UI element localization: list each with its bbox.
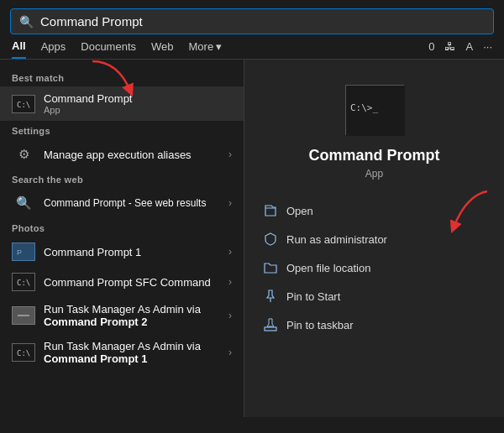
cmd-icon-sfc: C:\ <box>12 273 35 291</box>
blank-icon-2 <box>12 306 35 325</box>
nav-right-icons: 0 🖧 A ··· <box>428 40 492 58</box>
action-file-location[interactable]: Open file location <box>253 253 496 282</box>
action-pin-start-label: Pin to Start <box>286 290 340 303</box>
chevron-right-icon-web: › <box>228 197 232 209</box>
main-content: Best match C:\ Command Prompt App <box>0 60 504 417</box>
chevron-right-icon-2: › <box>228 310 232 321</box>
globe-icon-item: 🔍 <box>12 194 35 212</box>
svg-text:C:\: C:\ <box>17 279 30 287</box>
item-text-manage-aliases: Manage app execution aliases <box>44 149 220 161</box>
nav-count: 0 <box>428 40 434 53</box>
action-pin-taskbar-label: Pin to taskbar <box>286 319 354 331</box>
svg-rect-15 <box>265 327 276 331</box>
list-item-web-results[interactable]: 🔍 Command Prompt - See web results › <box>0 188 244 218</box>
action-run-admin-label: Run as administrator <box>286 233 387 246</box>
list-item-cmd-sfc[interactable]: C:\ Command Prompt SFC Command › <box>0 267 244 297</box>
search-input[interactable] <box>40 14 485 29</box>
action-pin-taskbar[interactable]: Pin to taskbar <box>253 310 496 339</box>
tab-apps[interactable]: Apps <box>41 40 66 58</box>
right-app-name: Command Prompt <box>308 147 439 164</box>
section-settings: Settings <box>0 121 244 139</box>
nav-more-icon[interactable]: ··· <box>483 40 492 53</box>
gear-icon-item: ⚙ <box>12 145 35 164</box>
chevron-right-icon-sfc: › <box>228 276 232 288</box>
svg-text:P: P <box>17 248 22 257</box>
action-list: Open Run as administrator <box>244 196 504 339</box>
tab-web[interactable]: Web <box>151 40 174 58</box>
svg-text:C:\: C:\ <box>17 349 30 357</box>
app-preview-icon: C:\>_ <box>345 85 404 135</box>
list-item-manage-aliases[interactable]: ⚙ Manage app execution aliases › <box>0 139 244 170</box>
svg-text:C:\: C:\ <box>17 101 30 109</box>
section-search-web: Search the web <box>0 170 244 188</box>
chevron-right-icon-1: › <box>228 246 232 258</box>
cmd-icon-best: C:\ <box>12 95 35 113</box>
list-item-cmd-prompt-1[interactable]: P Command Prompt 1 › <box>0 237 244 267</box>
nav-font-icon[interactable]: A <box>465 40 473 53</box>
section-photos: Photos <box>0 218 244 237</box>
chevron-right-icon-task1: › <box>228 347 232 358</box>
action-run-admin[interactable]: Run as administrator <box>253 225 496 253</box>
action-open-label: Open <box>286 205 313 217</box>
nav-tabs: All Apps Documents Web More ▾ 0 🖧 A ··· <box>0 34 504 60</box>
search-bar: 🔍 <box>10 8 494 34</box>
section-best-match: Best match <box>0 68 244 86</box>
item-text-task-1: Run Task Manager As Admin via Command Pr… <box>44 340 220 365</box>
tab-all[interactable]: All <box>12 39 26 59</box>
folder-icon <box>263 260 278 275</box>
pin-taskbar-icon <box>263 317 278 332</box>
search-icon: 🔍 <box>19 15 34 29</box>
tab-documents[interactable]: Documents <box>81 40 136 58</box>
list-item-task-manager-1[interactable]: C:\ Run Task Manager As Admin via Comman… <box>0 334 244 371</box>
shield-icon <box>263 232 278 247</box>
photo-icon-1: P <box>12 243 35 261</box>
pin-start-icon <box>263 289 278 304</box>
item-text-command-prompt: Command Prompt App <box>44 92 232 115</box>
left-panel: Best match C:\ Command Prompt App <box>0 60 244 417</box>
open-icon <box>263 203 278 218</box>
list-item-task-manager-2[interactable]: Run Task Manager As Admin via Command Pr… <box>0 297 244 334</box>
cmd-icon-task1: C:\ <box>12 343 35 362</box>
action-file-label: Open file location <box>286 262 370 274</box>
list-item-command-prompt-best[interactable]: C:\ Command Prompt App <box>0 86 244 121</box>
item-text-cmd-1: Command Prompt 1 <box>44 246 220 258</box>
action-pin-start[interactable]: Pin to Start <box>253 282 496 310</box>
chevron-right-icon: › <box>228 149 232 160</box>
right-app-type: App <box>365 168 383 180</box>
chevron-down-icon: ▾ <box>216 40 222 53</box>
item-text-sfc: Command Prompt SFC Command <box>44 276 220 289</box>
tab-more[interactable]: More ▾ <box>189 40 223 58</box>
item-text-task-2: Run Task Manager As Admin via Command Pr… <box>44 303 220 328</box>
right-panel: C:\>_ Command Prompt App Open Run as adm… <box>244 60 504 417</box>
nav-network-icon[interactable]: 🖧 <box>444 40 455 53</box>
action-open[interactable]: Open <box>253 196 496 225</box>
item-text-web-results: Command Prompt - See web results <box>44 197 220 209</box>
svg-text:C:\>_: C:\>_ <box>350 102 378 113</box>
